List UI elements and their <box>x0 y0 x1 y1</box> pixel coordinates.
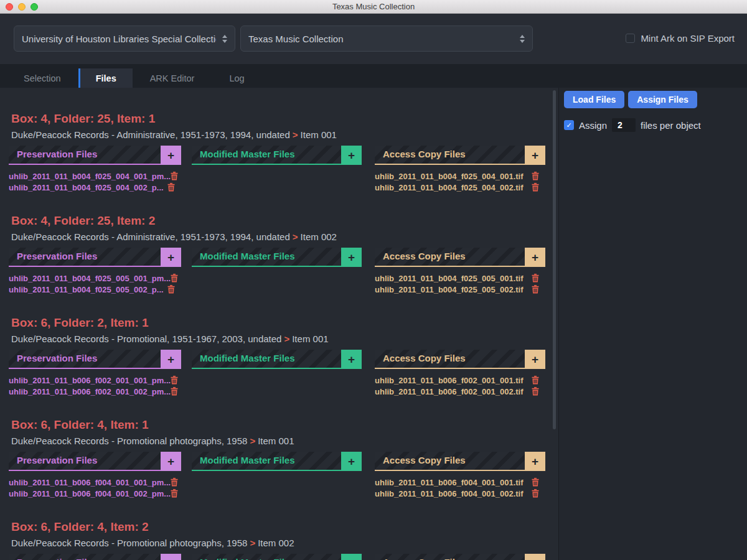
file-name: uhlib_2011_011_b004_f025_005_002.tif <box>375 285 524 294</box>
files-per-object-input[interactable] <box>612 118 636 132</box>
tab-files[interactable]: Files <box>78 68 133 88</box>
column-label: Access Copy Files <box>375 554 525 560</box>
minimize-window-button[interactable] <box>18 3 26 11</box>
access-copy-files-header: Access Copy Files + <box>375 554 545 560</box>
assign-suffix-label: files per object <box>641 120 701 131</box>
mint-ark-label: Mint Ark on SIP Export <box>641 33 735 44</box>
add-modified-master-file-button[interactable]: + <box>341 146 362 165</box>
column-label: Preservation Files <box>9 452 161 471</box>
trash-icon[interactable] <box>532 387 539 396</box>
tab-log[interactable]: Log <box>212 68 261 88</box>
mint-ark-checkbox[interactable] <box>626 34 635 43</box>
traffic-lights <box>6 3 38 11</box>
column-label: Access Copy Files <box>375 248 525 267</box>
file-name: uhlib_2011_011_b006_f002_001_002.tif <box>375 387 524 396</box>
trash-icon[interactable] <box>532 172 539 180</box>
preservation-files-header: Preservation Files + <box>9 146 181 165</box>
add-access-copy-file-button[interactable]: + <box>525 248 545 267</box>
column-label: Access Copy Files <box>375 452 525 471</box>
add-access-copy-file-button[interactable]: + <box>525 350 545 369</box>
object-subtitle: Duke/Peacock Records - Promotional photo… <box>11 435 558 447</box>
file-row: uhlib_2011_011_b004_f025_005_001.tif <box>375 273 545 284</box>
assign-files-button[interactable]: Assign Files <box>628 91 697 108</box>
file-row: uhlib_2011_011_b006_f002_001_002.tif <box>375 386 545 397</box>
breadcrumb-arrow: > <box>284 334 289 344</box>
vertical-scrollbar[interactable] <box>553 90 556 429</box>
breadcrumb-arrow: > <box>293 129 298 140</box>
object-subtitle: Duke/Peacock Records - Promotional, 1951… <box>11 333 558 345</box>
object-item-label: Item 001 <box>292 334 328 344</box>
collection-select-value: Texas Music Collection <box>248 34 514 44</box>
object-item-label: Item 001 <box>301 129 337 140</box>
object-item-label: Item 001 <box>258 436 294 446</box>
object-title: Box: 4, Folder: 25, Item: 2 <box>11 213 558 228</box>
add-preservation-file-button[interactable]: + <box>161 248 181 267</box>
object-subtitle: Duke/Peacock Records - Administrative, 1… <box>11 231 558 243</box>
trash-icon[interactable] <box>171 172 178 180</box>
add-access-copy-file-button[interactable]: + <box>525 146 545 165</box>
object-title: Box: 4, Folder: 25, Item: 1 <box>11 111 558 126</box>
modified-master-files-header: Modified Master Files + <box>192 146 362 165</box>
add-preservation-file-button[interactable]: + <box>161 452 181 471</box>
access-copy-files-header: Access Copy Files + <box>375 146 545 165</box>
trash-icon[interactable] <box>167 183 175 192</box>
assign-checkbox[interactable]: ✓ <box>564 120 574 130</box>
object-title: Box: 6, Folder: 4, Item: 1 <box>11 418 558 432</box>
file-name: uhlib_2011_011_b004_f025_004_002.tif <box>375 183 524 192</box>
trash-icon[interactable] <box>532 183 539 192</box>
trash-icon[interactable] <box>171 489 178 498</box>
file-name: uhlib_2011_011_b006_f002_001_001_pm... <box>9 376 171 385</box>
trash-icon[interactable] <box>171 274 178 282</box>
trash-icon[interactable] <box>532 274 539 282</box>
trash-icon[interactable] <box>532 376 539 385</box>
add-preservation-file-button[interactable]: + <box>161 146 181 165</box>
trash-icon[interactable] <box>532 478 539 487</box>
preservation-files-header: Preservation Files + <box>9 554 181 560</box>
repository-select[interactable]: University of Houston Libraries Special … <box>14 26 235 52</box>
trash-icon[interactable] <box>167 285 175 294</box>
trash-icon[interactable] <box>171 387 178 396</box>
add-preservation-file-button[interactable]: + <box>161 554 181 560</box>
column-label: Modified Master Files <box>192 248 341 267</box>
object-section: Box: 4, Folder: 25, Item: 1 Duke/Peacock… <box>9 111 558 193</box>
collection-select[interactable]: Texas Music Collection <box>240 26 533 52</box>
file-row: uhlib_2011_011_b004_f025_005_002_p... <box>9 284 181 295</box>
add-preservation-file-button[interactable]: + <box>161 350 181 369</box>
modified-master-files-header: Modified Master Files + <box>192 350 362 369</box>
zoom-window-button[interactable] <box>31 3 38 11</box>
column-label: Preservation Files <box>9 350 161 369</box>
trash-icon[interactable] <box>171 376 178 385</box>
file-name: uhlib_2011_011_b006_f004_001_002_pm... <box>9 489 171 498</box>
load-files-button[interactable]: Load Files <box>564 91 624 108</box>
trash-icon[interactable] <box>532 489 539 498</box>
file-row: uhlib_2011_011_b004_f025_004_001.tif <box>375 170 545 182</box>
add-access-copy-file-button[interactable]: + <box>525 452 545 471</box>
object-title: Box: 6, Folder: 2, Item: 1 <box>11 315 558 330</box>
object-subtitle: Duke/Peacock Records - Administrative, 1… <box>11 129 558 141</box>
file-row: uhlib_2011_011_b006_f004_001_002.tif <box>375 488 545 499</box>
object-description: Duke/Peacock Records - Promotional photo… <box>11 436 247 446</box>
column-label: Modified Master Files <box>192 146 341 165</box>
add-access-copy-file-button[interactable]: + <box>525 554 545 560</box>
file-row: uhlib_2011_011_b006_f002_001_002_pm... <box>9 386 181 397</box>
file-row: uhlib_2011_011_b004_f025_005_001_pm... <box>9 273 181 284</box>
close-window-button[interactable] <box>6 3 13 11</box>
add-modified-master-file-button[interactable]: + <box>341 452 362 471</box>
tab-ark-editor[interactable]: ARK Editor <box>133 68 212 88</box>
object-description: Duke/Peacock Records - Administrative, 1… <box>11 129 290 140</box>
trash-icon[interactable] <box>171 478 178 487</box>
add-modified-master-file-button[interactable]: + <box>341 248 362 267</box>
add-modified-master-file-button[interactable]: + <box>341 554 362 560</box>
side-panel: Load Files Assign Files ✓ Assign files p… <box>559 88 747 560</box>
add-modified-master-file-button[interactable]: + <box>341 350 362 369</box>
select-arrows-icon <box>222 35 227 43</box>
file-row: uhlib_2011_011_b004_f025_004_002.tif <box>375 182 545 193</box>
assign-label: Assign <box>579 120 607 131</box>
trash-icon[interactable] <box>532 285 539 294</box>
file-name: uhlib_2011_011_b004_f025_004_002_p... <box>9 183 164 192</box>
file-row: uhlib_2011_011_b004_f025_004_002_p... <box>9 182 181 193</box>
access-copy-files-header: Access Copy Files + <box>375 350 545 369</box>
column-label: Access Copy Files <box>375 146 525 165</box>
file-name: uhlib_2011_011_b006_f004_001_001.tif <box>375 478 524 487</box>
tab-selection[interactable]: Selection <box>6 68 78 88</box>
